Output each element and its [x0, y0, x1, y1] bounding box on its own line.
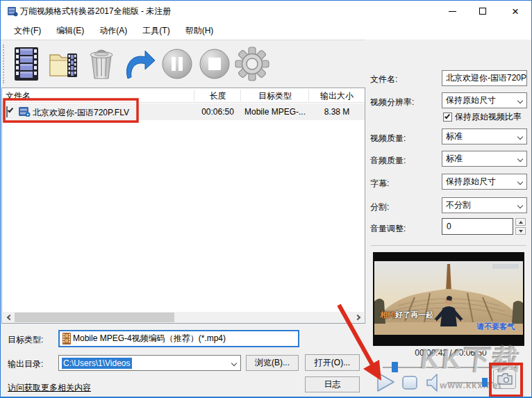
arrow-up-icon	[519, 221, 523, 224]
minimize-button[interactable]	[437, 1, 467, 22]
resolution-dropdown[interactable]: 保持原始尺寸	[442, 92, 527, 108]
video-quality-label: 视频质量:	[370, 133, 406, 144]
subtitle-dropdown[interactable]: 保持原始尺寸	[442, 174, 527, 190]
seek-slider-track[interactable]	[383, 367, 519, 368]
audio-quality-label: 音频质量:	[370, 155, 406, 167]
camera-icon	[497, 373, 513, 385]
play-button[interactable]	[374, 371, 397, 393]
chevron-down-icon	[517, 203, 523, 208]
video-file-icon	[19, 106, 31, 119]
folder-video-icon	[48, 48, 80, 80]
resolution-label: 视频分辨率:	[370, 97, 414, 108]
trash-icon	[87, 47, 116, 81]
toolbar-grip	[3, 44, 5, 83]
file-row[interactable]: 北京欢迎你-国语720P.FLV 00:06:50 Mobile MPEG-..…	[2, 103, 365, 120]
stop-playback-button[interactable]	[401, 374, 419, 391]
video-frame: 相约好了再一起 请不要客气	[374, 261, 523, 335]
keep-ratio-label: 保持原始视频比率	[455, 111, 522, 123]
file-name: 北京欢迎你-国语720P.FLV	[33, 107, 129, 119]
log-button[interactable]: 日志	[305, 376, 360, 392]
spin-up-button[interactable]	[515, 218, 526, 226]
output-dir-combobox[interactable]: C:\Users\1\Videos	[58, 355, 241, 371]
column-filename[interactable]: 文件名	[6, 90, 31, 102]
menu-action[interactable]: 动作(A)	[92, 22, 135, 40]
stop-icon	[199, 48, 231, 80]
add-folder-button[interactable]	[47, 45, 81, 83]
video-logo-badge	[492, 264, 519, 269]
target-type-label: 目标类型:	[8, 334, 43, 346]
chevron-down-icon	[517, 156, 523, 162]
subtitle-line2: 请不要客气	[476, 322, 515, 332]
toolbar	[1, 40, 365, 88]
volume-input[interactable]: 0	[442, 218, 513, 235]
check-icon	[8, 107, 13, 113]
app-window: 万能视频格式转换器2017全能版 - 未注册 × 文件(F) 编辑(E) 动作(…	[0, 0, 532, 398]
video-quality-dropdown[interactable]: 标准	[442, 128, 527, 144]
mute-button[interactable]	[423, 372, 442, 393]
audio-quality-dropdown[interactable]: 标准	[442, 151, 527, 167]
close-button[interactable]: ×	[500, 1, 531, 22]
delete-button[interactable]	[84, 45, 119, 83]
play-icon	[376, 372, 395, 392]
pause-icon	[161, 48, 193, 80]
file-duration: 00:06:50	[194, 107, 241, 117]
gear-icon	[235, 47, 269, 81]
split-label: 分割:	[370, 201, 389, 213]
spin-down-button[interactable]	[515, 227, 526, 235]
volume-label: 音量调整:	[370, 223, 406, 235]
window-title: 万能视频格式转换器2017全能版 - 未注册	[20, 6, 171, 17]
panel-separator	[371, 245, 526, 246]
file-list: 文件名 长度 目标类型 输出大小 北京欢迎你-国语720P.FLV	[1, 88, 365, 324]
horizontal-scrollbar[interactable]	[3, 312, 364, 323]
chevron-down-icon	[517, 179, 523, 185]
more-content-link[interactable]: 访问获取更多相关内容	[8, 382, 91, 394]
keep-ratio-row: 保持原始视频比率	[443, 111, 522, 123]
stop-icon	[401, 375, 418, 390]
file-checkbox[interactable]	[6, 106, 8, 117]
column-duration[interactable]: 长度	[194, 90, 241, 102]
target-type-value: Mobile MPEG-4视频编码（推荐）(*.mp4)	[73, 333, 226, 345]
app-icon	[7, 6, 18, 19]
snapshot-button[interactable]	[493, 369, 516, 389]
subtitle-label: 字幕:	[370, 178, 389, 190]
check-icon	[444, 113, 450, 119]
column-target-type[interactable]: 目标类型	[241, 90, 309, 102]
filename-input[interactable]: 北京欢迎你-国语720P	[442, 70, 527, 86]
split-dropdown[interactable]: 不分割	[442, 197, 527, 213]
menu-bar: 文件(F) 编辑(E) 动作(A) 工具(T) 帮助(H)	[1, 22, 531, 40]
convert-arrow-icon	[122, 48, 156, 80]
pause-button[interactable]	[160, 45, 194, 83]
chevron-down-icon	[517, 98, 523, 103]
menu-help[interactable]: 帮助(H)	[178, 22, 222, 40]
title-bar: 万能视频格式转换器2017全能版 - 未注册 ×	[1, 1, 531, 22]
chevron-down-icon	[517, 134, 523, 140]
browse-button[interactable]: 浏览(B)...	[246, 355, 299, 371]
target-type-combobox[interactable]: Mobile MPEG-4视频编码（推荐）(*.mp4)	[58, 330, 299, 347]
menu-tools[interactable]: 工具(T)	[135, 22, 177, 40]
output-dir-value: C:\Users\1\Videos	[62, 358, 132, 369]
maximize-button[interactable]	[467, 1, 498, 22]
open-button[interactable]: 打开(O)...	[305, 354, 360, 371]
arrow-down-icon	[519, 230, 523, 233]
karaoke-subtitle: 相约好了再一起	[380, 310, 433, 320]
scroll-right-button[interactable]	[353, 312, 364, 323]
chevron-down-icon	[231, 360, 237, 366]
file-output-size: 8.38 M	[309, 107, 365, 117]
settings-button[interactable]	[235, 45, 269, 83]
video-preview: 相约好了再一起 请不要客气	[373, 252, 524, 346]
menu-file[interactable]: 文件(F)	[6, 22, 49, 40]
maximize-icon	[479, 8, 486, 15]
menu-edit[interactable]: 编辑(E)	[49, 22, 92, 40]
stop-button[interactable]	[197, 45, 232, 83]
add-video-button[interactable]	[9, 45, 44, 83]
file-list-header: 文件名 长度 目标类型 输出大小	[2, 88, 365, 103]
output-dir-label: 输出目录:	[8, 358, 43, 370]
playback-time: 00:00:42 / 00:06:50	[383, 348, 519, 358]
chevron-right-icon	[354, 315, 360, 320]
volume-slider-handle[interactable]	[482, 378, 488, 387]
keep-ratio-checkbox[interactable]	[443, 113, 452, 122]
scrollbar-thumb[interactable]	[15, 313, 174, 322]
scroll-left-button[interactable]	[3, 312, 14, 323]
column-output-size[interactable]: 输出大小	[309, 90, 365, 102]
convert-button[interactable]	[122, 45, 156, 83]
